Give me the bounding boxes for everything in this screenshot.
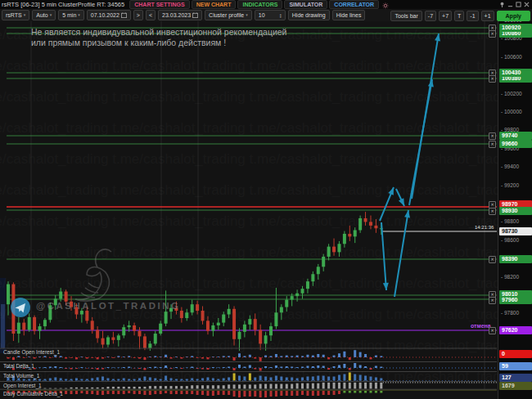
hide-lines-button[interactable]: Hide lines	[332, 10, 366, 20]
remove-level-icon[interactable]: ✕	[489, 75, 496, 83]
price-badge[interactable]: 100920	[499, 24, 532, 32]
remove-level-icon[interactable]: ✕	[489, 256, 496, 263]
trading-app-window: t.me/cashalot_trading t.me/cashalot_trad…	[0, 0, 532, 399]
menu-new-chart[interactable]: NEW CHART	[192, 0, 237, 9]
price-badge[interactable]: 98390	[499, 255, 532, 263]
maximize-icon[interactable]	[516, 2, 521, 7]
remove-level-icon[interactable]: ✕	[489, 30, 496, 38]
chevron-down-icon: ▾	[246, 11, 248, 20]
price-badge[interactable]: 59	[499, 362, 532, 370]
price-badge[interactable]: 98730	[499, 227, 532, 235]
chevron-down-icon: ▾	[78, 11, 80, 20]
date-next-button[interactable]: >	[133, 10, 143, 20]
indicator-panels	[7, 350, 497, 397]
scale-tick: - 98800	[501, 218, 519, 224]
timeframe-select[interactable]: 5 min▾	[58, 10, 84, 20]
scale-tick: - 99200	[501, 182, 519, 188]
candlestick-series	[7, 212, 383, 352]
remove-level-icon[interactable]: ✕	[489, 297, 496, 304]
scale-tick: - 100600	[501, 54, 522, 60]
toolbar: rsRTS▾ Auto▾ 5 min▾ 07.10.2022 > < 23.03…	[0, 9, 532, 21]
date-from-field[interactable]: 07.10.2022	[87, 10, 131, 20]
symbol-select[interactable]: rsRTS▾	[2, 10, 29, 20]
price-badge[interactable]: 97960	[499, 296, 532, 304]
scale-tick: - 97800	[501, 310, 519, 316]
apply-button[interactable]: Apply	[497, 11, 530, 21]
mode-select[interactable]: Auto▾	[32, 10, 56, 20]
menu-chart-settings[interactable]: CHART SETTINGS	[129, 0, 189, 9]
price-scale[interactable]: - 101000- 100800- 100600- 100200- 100000…	[498, 0, 532, 399]
menu-simulator[interactable]: SIMULATOR	[284, 0, 327, 9]
tools-bar-button[interactable]: Tools bar	[390, 11, 422, 21]
window-title: rsRTS [06-23] 5 min ClusterProfile RT: 3…	[0, 1, 129, 8]
calendar-icon	[121, 12, 127, 18]
price-level-lines[interactable]	[7, 28, 497, 330]
price-badge[interactable]: 127	[499, 374, 532, 382]
price-badge[interactable]: 98930	[499, 207, 532, 215]
nav-t-button[interactable]: T	[454, 11, 464, 21]
chevron-down-icon: ▾	[50, 11, 52, 20]
price-badge[interactable]: 0	[499, 350, 532, 358]
scale-tick: - 98200	[501, 274, 519, 280]
chart-canvas[interactable]	[0, 0, 532, 399]
date-prev-button[interactable]: <	[146, 10, 156, 20]
scale-tick: - 99400	[501, 164, 519, 169]
scale-tick: - 98600	[501, 237, 519, 243]
profile-select[interactable]: Cluster profile▾	[205, 10, 252, 20]
price-badge[interactable]: 1679	[499, 382, 532, 390]
remove-level-icon[interactable]: ✕	[489, 132, 496, 140]
price-badge[interactable]: 100430	[499, 69, 532, 77]
price-badge[interactable]: 99660	[499, 140, 532, 148]
hide-drawing-button[interactable]: Hide drawing	[288, 10, 330, 20]
calendar-icon	[192, 12, 198, 18]
scale-tick: - 100200	[501, 91, 522, 96]
date-to-field[interactable]: 23.03.2023	[158, 10, 202, 20]
nav-plus7-button[interactable]: +7	[439, 11, 452, 21]
spinner-icon[interactable]: ▴▾	[280, 13, 282, 18]
remove-level-icon[interactable]: ✕	[489, 141, 496, 148]
remove-level-icon[interactable]: ✕	[489, 327, 496, 334]
remove-level-icon[interactable]: ✕	[489, 208, 496, 215]
price-badge[interactable]: 99740	[499, 132, 532, 140]
scale-tick: - 100000	[501, 109, 522, 114]
period-stepper[interactable]: 10▴▾	[255, 10, 286, 20]
price-badge[interactable]: 97620	[499, 326, 532, 334]
nav-minus7-button[interactable]: -7	[425, 11, 436, 21]
menu-correlator[interactable]: CORRELATOR	[329, 0, 379, 9]
chevron-down-icon: ▾	[24, 11, 26, 20]
menu-bar: rsRTS [06-23] 5 min ClusterProfile RT: 3…	[0, 0, 532, 9]
close-icon[interactable]	[524, 2, 530, 7]
nav-minus1-button[interactable]: -1	[467, 11, 478, 21]
pin-icon[interactable]	[499, 2, 505, 7]
nav-plus1-button[interactable]: +1	[481, 11, 494, 21]
menu-indicators[interactable]: INDICATORS	[237, 0, 282, 9]
minimize-icon[interactable]	[507, 2, 513, 7]
